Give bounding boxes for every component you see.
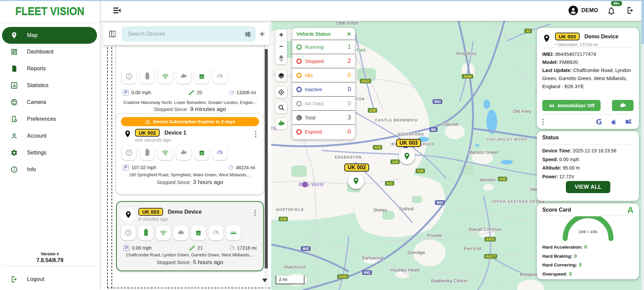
- close-icon[interactable]: ×: [347, 31, 351, 37]
- device-address: 180 Springfield Road, Springfield, Wake …: [120, 173, 260, 177]
- device-menu-button[interactable]: [254, 210, 256, 216]
- sidebar-item-dashboard[interactable]: Dashboard: [0, 44, 100, 59]
- model-value: FMB920: [559, 60, 578, 65]
- user-name: DEMO: [581, 7, 598, 13]
- location-pin-icon: [352, 177, 360, 185]
- sidebar-item-label: Preferences: [27, 116, 56, 122]
- device-card-uk001[interactable]: 0.00 mph 20 13306 mi Crabtree Manorway N…: [116, 39, 264, 122]
- map-label: Baddesley Clinton: [431, 278, 468, 283]
- stopped-since-value: 3 hours ago: [193, 179, 223, 185]
- sidebar-item-preferences[interactable]: Preferences: [0, 112, 100, 126]
- sidebar: FLEET VISION Map Dashboard Reports Stati…: [0, 0, 100, 290]
- user-avatar[interactable]: [569, 6, 578, 15]
- sidebar-item-reports[interactable]: Reports: [0, 61, 100, 76]
- sidebar-item-account[interactable]: Account: [0, 129, 100, 143]
- device-card-uk003[interactable]: UK 003 Demo Device 8 minutes ago: [116, 201, 264, 271]
- map-pin-icon: [10, 31, 18, 39]
- score-card: Score Card A 100 / 100 Hard Acceleration…: [537, 204, 639, 279]
- status-rows: Device Time: 2025-12-19 16:23:58 Speed: …: [542, 147, 616, 181]
- odometer-icon: [228, 165, 234, 171]
- view-all-button[interactable]: VIEW ALL: [566, 181, 610, 193]
- odometer-icon: [228, 89, 234, 96]
- page-scrollbar[interactable]: [641, 0, 644, 290]
- road-shield: A452: [484, 237, 496, 242]
- road-shield: M6: [429, 127, 438, 132]
- zoom-controls[interactable]: + –: [276, 29, 287, 64]
- road-shield: A45: [416, 169, 425, 173]
- status-row-stopped[interactable]: Stopped 2: [292, 54, 355, 68]
- status-row-running[interactable]: Running 1: [292, 40, 355, 54]
- sidebar-item-label: Dashboard: [27, 49, 53, 55]
- pan-control[interactable]: [276, 53, 287, 64]
- map-search-button[interactable]: [276, 102, 287, 113]
- notifications-button[interactable]: 99+: [607, 5, 617, 16]
- sidebar-item-info[interactable]: Info: [0, 162, 100, 177]
- road-shield: A45: [498, 177, 507, 181]
- map-label: Old Arley: [513, 109, 532, 114]
- sidebar-item-camera[interactable]: Camera: [0, 95, 100, 110]
- status-card: Status Device Time: 2025-12-19 16:23:58 …: [537, 131, 639, 201]
- add-device-button[interactable]: +: [259, 29, 265, 39]
- sidebar-item-map[interactable]: Map: [2, 27, 97, 44]
- locate-button[interactable]: [276, 86, 287, 98]
- odometer-value: 13306 mi: [236, 90, 256, 95]
- speedometer-icon: [213, 145, 227, 160]
- battery-icon: [140, 145, 155, 160]
- map-label: Shirley: [373, 208, 387, 213]
- gear-icon: [10, 149, 18, 157]
- layers-button[interactable]: [276, 70, 287, 81]
- road-shield: A38: [368, 108, 377, 113]
- device-menu-button[interactable]: [255, 131, 256, 137]
- logout-icon-button[interactable]: [626, 6, 635, 15]
- street-view-link[interactable]: [623, 117, 634, 127]
- google-maps-link[interactable]: G: [594, 117, 604, 127]
- list-scrollbar[interactable]: [265, 47, 268, 288]
- parking-icon: [124, 245, 129, 251]
- version-number: 7.8.54/8.79: [0, 257, 100, 263]
- menu-collapse-button[interactable]: [112, 6, 122, 15]
- satellite-count: 21: [197, 245, 203, 251]
- device-list-panel: 0.00 mph 20 13306 mi Crabtree Manorway N…: [100, 21, 271, 290]
- map-marker-plate-uk003[interactable]: UK 003: [396, 139, 421, 147]
- engine-icon: [619, 102, 626, 109]
- map-marker-uk002[interactable]: [348, 173, 364, 189]
- status-row-nodata[interactable]: No Data 0: [292, 96, 355, 110]
- device-card-uk002[interactable]: Device Subscription Expires in 3 days UK…: [116, 114, 264, 194]
- map-label: Alvechurch: [284, 264, 306, 269]
- road-shield: A5: [524, 29, 532, 33]
- status-row-idle[interactable]: Idle 0: [292, 68, 355, 82]
- sidebar-item-statistics[interactable]: Statistics: [0, 78, 100, 93]
- detail-info: IMEI: 864454072177474 Model: FMB920 Last…: [542, 50, 634, 90]
- status-card-title: Status: [542, 135, 559, 141]
- satellite-icon: [189, 245, 195, 251]
- cadbury-world-poi-icon[interactable]: [302, 182, 308, 187]
- zoom-out-button[interactable]: –: [276, 41, 287, 52]
- layers-icon: [278, 72, 285, 79]
- search-input[interactable]: [128, 31, 239, 37]
- map-fold-icon[interactable]: [108, 29, 117, 39]
- detail-name: Demo Device: [584, 34, 618, 39]
- map-marker-plate-uk002[interactable]: UK 002: [344, 164, 369, 172]
- scroll-down-icon[interactable]: [262, 279, 267, 282]
- sidebar-logout[interactable]: Logout: [0, 272, 100, 287]
- topbar: DEMO 99+: [100, 0, 644, 21]
- zoom-in-button[interactable]: +: [276, 29, 287, 41]
- filter-tune-icon[interactable]: [244, 31, 252, 38]
- immobilizer-button[interactable]: Immobilizer Off: [542, 100, 601, 111]
- engine-command-button[interactable]: [612, 100, 634, 111]
- map-label: EDGBASTON: [335, 155, 362, 159]
- map-label: Hockley Heath: [390, 267, 420, 273]
- status-row-inactive[interactable]: Inactive 0: [292, 82, 355, 96]
- status-row-total[interactable]: Total 3: [292, 110, 355, 124]
- sidebar-item-label: Map: [27, 32, 37, 38]
- apple-maps-link[interactable]: [609, 117, 619, 127]
- map-marker-uk003[interactable]: [399, 148, 415, 164]
- sidebar-item-settings[interactable]: Settings: [0, 145, 100, 160]
- alert-icon: [122, 145, 136, 160]
- status-row-expired[interactable]: Expired 0: [292, 124, 355, 139]
- sidebar-item-label: Account: [27, 133, 46, 139]
- idle-ring-icon: [296, 73, 302, 78]
- detail-menu-button[interactable]: [542, 119, 544, 125]
- engine-icon: [176, 69, 191, 84]
- engine-toggle-button[interactable]: [276, 118, 287, 130]
